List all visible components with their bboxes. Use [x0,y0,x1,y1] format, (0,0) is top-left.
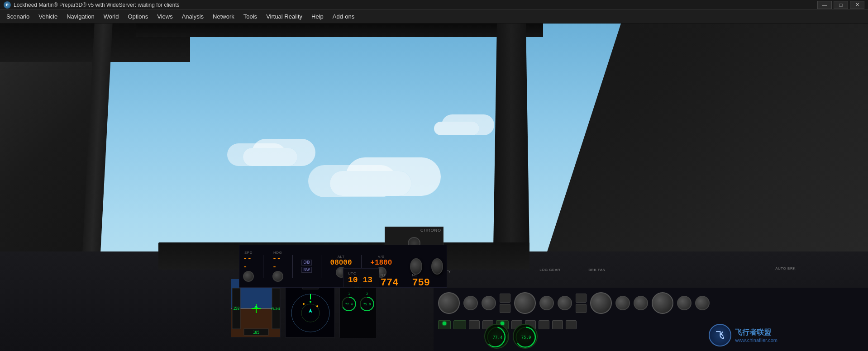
panel-knob-6[interactable] [558,296,572,310]
button-group-a [500,294,510,313]
watermark-title: 飞行者联盟 [735,328,777,337]
panel-knob-11[interactable] [677,296,692,310]
menu-options[interactable]: Options [123,11,153,22]
n1-1-label: N1 [381,273,399,277]
n1-1-container: N1 774 [381,273,399,289]
push-btn-b1[interactable] [576,294,587,303]
fcu-divider-2 [292,255,293,278]
fcu-divider-1 [263,255,263,278]
svg-text:2: 2 [366,292,368,296]
ap-btn-8[interactable] [539,320,549,329]
fcu-hdg-label: HDG [273,251,282,255]
menu-help[interactable]: Help [307,11,328,22]
ap-btn-10[interactable] [566,320,577,329]
n1-2-value: 759 [412,277,430,289]
cloud-3 [434,122,479,135]
menu-network[interactable]: Network [208,11,239,22]
maximize-button[interactable]: □ [834,1,848,9]
flight-viewport: CHRONO SIDE STICK PRIORITY [0,24,868,351]
pfd-svg: 158 FL340 185 [231,279,281,337]
ap-btn-3[interactable] [469,320,480,329]
panel-knob-5[interactable] [539,296,554,310]
menu-world[interactable]: World [99,11,124,22]
n1-display-area: N1 774 N1 759 [377,270,434,292]
menu-tools[interactable]: Tools [239,11,262,22]
svg-point-17 [303,303,305,305]
menu-vr[interactable]: Virtual Reality [262,11,307,22]
ecam-svg: ENG 1 2 77.4 75.9 [340,279,376,338]
cloud-1 [243,148,297,166]
svg-text:1: 1 [348,292,350,296]
log-gear-label: LOG GEAR [539,268,560,272]
panel-knob-4[interactable] [514,292,536,314]
brake-fan-label: BRK FAN [588,268,606,272]
fcu-spd-section: SPD --- [243,251,254,282]
panel-knob-2[interactable] [463,296,478,310]
push-btn-a2[interactable] [500,304,510,313]
titlebar-left: P Lockheed Martin® Prepar3D® v5 with Wid… [4,1,180,9]
n1-2-container: N1 759 [412,273,430,289]
fcu-divider-3 [321,255,321,278]
push-btn-b2[interactable] [576,304,587,313]
clock-display: UTC 10 13 [343,268,379,288]
watermark-text-block: 飞行者联盟 www.chinaflier.com [735,328,777,343]
right-panel-row-1 [434,288,868,318]
fcu-vs-value: +1800 [370,259,392,267]
fcu-mode-1[interactable]: CMD [301,260,311,266]
watermark-logo-char: 飞 [716,330,724,341]
chrono-label: CHRONO [385,227,443,233]
button-group-b [576,294,587,313]
close-button[interactable]: ✕ [850,1,864,9]
menu-scenario[interactable]: Scenario [2,11,34,22]
watermark-overlay: 飞 飞行者联盟 www.chinaflier.com [709,324,777,346]
titlebar-controls: — □ ✕ [817,1,864,9]
ap-btn-1[interactable] [438,320,451,329]
panel-knob-10[interactable] [652,292,673,314]
fcu-spd-knob[interactable] [243,271,254,282]
svg-text:185: 185 [253,331,260,335]
ap-btn-9[interactable] [552,320,563,329]
panel-knob-12[interactable] [695,296,710,310]
gauge-2: 75.9 [513,324,538,349]
minimize-button[interactable]: — [817,1,832,9]
panel-knob-7[interactable] [590,292,612,314]
fcu-hdg-knob[interactable] [272,271,283,282]
watermark-subtitle: www.chinaflier.com [735,337,777,343]
menu-views[interactable]: Views [153,11,177,22]
panel-knob-1[interactable] [438,292,460,314]
bottom-gauges: 77.4 75.9 [484,324,538,349]
fcu-alt-value: 08000 [330,259,352,267]
menu-analysis[interactable]: Analysis [177,11,208,22]
panel-knob-3[interactable] [482,296,496,310]
fcu-spd-value: --- [243,255,254,271]
n1-2-label: N1 [412,273,430,277]
svg-point-18 [316,305,318,307]
app-icon: P [4,1,11,9]
svg-text:75.9: 75.9 [363,303,371,306]
svg-text:75.9: 75.9 [521,335,531,340]
fcu-mode-2[interactable]: NAV [301,267,311,273]
auto-brk-label: AUTO BRK [775,266,796,270]
menu-vehicle[interactable]: Vehicle [34,11,62,22]
fcu-hdg-section: HDG --- [272,251,283,282]
titlebar: P Lockheed Martin® Prepar3D® v5 with Wid… [0,0,868,10]
gauge-1: 77.4 [484,324,509,349]
menu-navigation[interactable]: Navigation [62,11,99,22]
panel-knob-8[interactable] [615,296,630,310]
svg-point-19 [310,301,311,303]
svg-text:FL340: FL340 [271,307,281,311]
nd-svg: 185 [286,279,335,337]
fcu-mode-buttons: CMD NAV [301,260,311,273]
fcu-spd-label: SPD [244,251,253,255]
svg-text:77.4: 77.4 [345,303,353,306]
n1-1-value: 774 [381,277,399,289]
push-btn-a1[interactable] [500,294,510,303]
ap-btn-2[interactable] [453,320,466,329]
beam-top [136,24,543,37]
menubar: Scenario Vehicle Navigation World Option… [0,10,868,24]
fcu-hdg-value: --- [272,255,283,271]
clock-value: 10 13 [348,275,374,285]
fcu-vs-label: V/S [378,255,384,259]
panel-knob-9[interactable] [634,296,648,310]
menu-addons[interactable]: Add-ons [328,11,359,22]
